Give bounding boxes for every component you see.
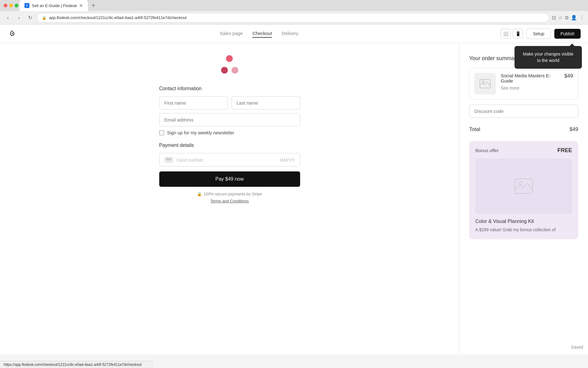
svg-rect-2 xyxy=(166,159,172,159)
browser-window-controls xyxy=(4,4,18,7)
card-number-placeholder: Card number xyxy=(177,157,276,163)
newsletter-checkbox[interactable] xyxy=(159,130,164,135)
tab-favicon: f xyxy=(24,3,29,8)
browser-status-bar: https://app.flodesk.com/checkout/1221cc9… xyxy=(0,361,153,368)
see-more-link[interactable]: See more xyxy=(501,86,519,90)
payment-section-title: Payment details xyxy=(159,143,300,148)
device-preview-icons: ⬜ 📱 xyxy=(501,29,523,39)
bonus-label: Bonus offer xyxy=(475,148,499,153)
lock-icon: 🔒 xyxy=(197,192,202,196)
bonus-description: A $299 value! Grab my bonus collection o… xyxy=(475,227,572,233)
svg-point-0 xyxy=(12,33,13,34)
url-text: app.flodesk.com/checkout/1221cc9c-e0ad-4… xyxy=(49,15,187,20)
address-bar[interactable]: 🔒 app.flodesk.com/checkout/1221cc9c-e0ad… xyxy=(37,13,549,23)
tab-title: Sell an E-Guide | Flodesk xyxy=(32,3,77,8)
browser-nav-bar: ‹ › ↻ 🔒 app.flodesk.com/checkout/1221cc9… xyxy=(0,11,588,25)
checkout-form: Contact information Sign up for my weekl… xyxy=(159,86,300,203)
nav-delivery[interactable]: Delivery xyxy=(282,29,298,38)
email-row xyxy=(159,113,300,126)
contact-section-title: Contact information xyxy=(159,86,300,91)
ssl-lock-icon: 🔒 xyxy=(42,16,47,20)
order-summary-panel: Your order summary Social Media Masters … xyxy=(459,43,588,355)
newsletter-label: Sign up for my weekly newsletter xyxy=(167,130,234,135)
mobile-preview-button[interactable]: 📱 xyxy=(513,29,523,39)
checkout-form-panel: Contact information Sign up for my weekl… xyxy=(0,43,459,355)
bonus-offer-card: Bonus offer FREE Color & Visual Planning… xyxy=(469,141,578,239)
publish-button[interactable]: Publish xyxy=(554,29,581,39)
nav-checkout[interactable]: Checkout xyxy=(252,29,272,38)
pay-button[interactable]: Pay $49 now xyxy=(159,171,300,187)
name-row xyxy=(159,96,300,109)
discount-code-input[interactable] xyxy=(469,105,578,118)
product-price: $49 xyxy=(564,73,573,79)
logo-circle-top xyxy=(226,55,233,62)
product-info: Social Media Masters E-Guide See more xyxy=(501,73,560,91)
total-label: Total xyxy=(469,126,480,132)
menu-icon[interactable]: ⋮ xyxy=(579,15,584,21)
extensions-icon[interactable]: ⧉ xyxy=(565,15,568,21)
status-url: https://app.flodesk.com/checkout/1221cc9… xyxy=(4,362,141,367)
main-navigation: Sales page Checkout Delivery xyxy=(17,29,501,38)
newsletter-row: Sign up for my weekly newsletter xyxy=(159,130,300,135)
new-tab-button[interactable]: + xyxy=(89,2,98,9)
card-input-wrapper[interactable]: Card number MM/YY xyxy=(159,153,300,167)
browser-chrome: f Sell an E-Guide | Flodesk ✕ + ‹ › ↻ 🔒 … xyxy=(0,0,588,25)
tooltip-text: Make your changes visible to the world xyxy=(523,52,574,63)
first-name-input[interactable] xyxy=(159,96,228,109)
profile-icon[interactable]: 👤 xyxy=(571,15,577,21)
logo-circle-left xyxy=(221,67,228,74)
card-expiry-placeholder: MM/YY xyxy=(280,157,295,163)
product-card: Social Media Masters E-Guide See more $4… xyxy=(469,68,578,100)
secure-text: 100% secure payments by Stripe xyxy=(204,192,262,196)
total-row: Total $49 xyxy=(469,124,578,135)
desktop-preview-button[interactable]: ⬜ xyxy=(501,29,511,39)
forward-button[interactable]: › xyxy=(15,13,23,22)
maximize-window-button[interactable] xyxy=(15,4,18,7)
email-input[interactable] xyxy=(159,113,300,126)
secure-info: 🔒 100% secure payments by Stripe xyxy=(159,192,300,196)
bonus-title: Color & Visual Planning Kit xyxy=(475,219,572,224)
app-logo xyxy=(7,29,17,39)
header-actions: ⬜ 📱 Setup Publish xyxy=(501,29,581,39)
tab-close-button[interactable]: ✕ xyxy=(79,3,83,8)
tooltip-arrow xyxy=(570,44,575,46)
publish-tooltip: Make your changes visible to the world xyxy=(514,46,582,69)
close-window-button[interactable] xyxy=(4,4,7,7)
svg-point-6 xyxy=(519,182,522,185)
total-price: $49 xyxy=(570,126,578,132)
bonus-image xyxy=(475,159,572,214)
bookmark-icon[interactable]: ☆ xyxy=(558,15,563,21)
browser-tab-active[interactable]: f Sell an E-Guide | Flodesk ✕ xyxy=(20,0,88,11)
terms-link[interactable]: Terms and Conditions xyxy=(159,199,300,203)
refresh-button[interactable]: ↻ xyxy=(26,13,34,22)
browser-tab-bar: f Sell an E-Guide | Flodesk ✕ + xyxy=(0,0,588,11)
app-header: Sales page Checkout Delivery ⬜ 📱 Setup P… xyxy=(0,25,588,43)
main-content: Contact information Sign up for my weekl… xyxy=(0,43,588,355)
saved-indicator: Saved xyxy=(571,345,583,350)
minimize-window-button[interactable] xyxy=(9,4,13,7)
nav-sales-page[interactable]: Sales page xyxy=(220,29,243,38)
cast-icon[interactable]: ⊡ xyxy=(552,15,556,21)
last-name-input[interactable] xyxy=(232,96,300,109)
bonus-price: FREE xyxy=(557,147,572,154)
svg-point-4 xyxy=(482,81,484,83)
browser-nav-icons: ⊡ ☆ ⧉ 👤 ⋮ xyxy=(552,15,584,21)
setup-button[interactable]: Setup xyxy=(526,29,551,39)
logo-circle-right xyxy=(232,67,238,74)
svg-rect-1 xyxy=(166,158,172,162)
card-brand-icon xyxy=(164,157,173,163)
product-thumbnail xyxy=(474,73,496,94)
brand-logo xyxy=(221,55,239,74)
back-button[interactable]: ‹ xyxy=(4,13,12,22)
logo-circles xyxy=(221,55,239,74)
product-name: Social Media Masters E-Guide xyxy=(501,73,560,83)
bonus-header: Bonus offer FREE xyxy=(475,147,572,154)
